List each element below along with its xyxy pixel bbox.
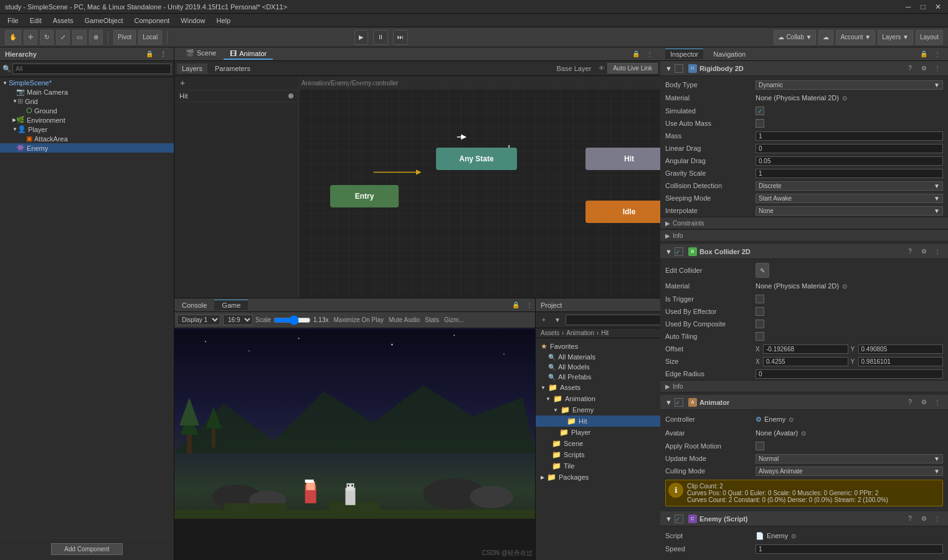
info-divider[interactable]: ▶ Info bbox=[660, 229, 948, 242]
simulated-checkbox[interactable] bbox=[756, 107, 764, 115]
hierarchy-item-simplescene[interactable]: ▼ SimpleScene* bbox=[0, 78, 174, 87]
animator-comp-header[interactable]: ▼ A Animator ? ⚙ ⋮ bbox=[660, 395, 948, 410]
culling-mode-dropdown[interactable]: Always Animate▼ bbox=[756, 467, 943, 476]
hierarchy-search-input[interactable] bbox=[12, 64, 171, 74]
anim-settings-btn[interactable]: ⚙ bbox=[918, 397, 929, 408]
boxcollider2d-header[interactable]: ▼ B Box Collider 2D ? ⚙ ⋮ bbox=[660, 244, 948, 259]
script-pick-btn[interactable]: ⊙ bbox=[788, 530, 799, 541]
tree-animation[interactable]: ▼ 📁 Animation bbox=[536, 393, 660, 404]
tree-all-prefabs[interactable]: 🔍 All Prefabs bbox=[536, 372, 660, 382]
scale-slider[interactable] bbox=[273, 315, 311, 325]
collab-btn[interactable]: ☁ Collab ▼ bbox=[774, 30, 816, 45]
layers-btn[interactable]: Layers ▼ bbox=[878, 30, 913, 45]
hierarchy-item-ground[interactable]: ▶ ⬡ Ground bbox=[0, 106, 174, 115]
bc2d-more-btn[interactable]: ⋮ bbox=[932, 246, 943, 257]
layout-btn[interactable]: Layout bbox=[916, 30, 943, 45]
hierarchy-item-grid[interactable]: ▼ ⊞ Grid bbox=[0, 97, 174, 106]
interpolate-dropdown[interactable]: None▼ bbox=[756, 206, 943, 216]
is-trigger-checkbox[interactable] bbox=[756, 295, 764, 303]
tab-game[interactable]: Game bbox=[214, 300, 248, 310]
rb2d-help-btn[interactable]: ? bbox=[904, 63, 916, 74]
anim-enabled-checkbox[interactable] bbox=[675, 398, 683, 407]
menu-file[interactable]: File bbox=[2, 16, 24, 26]
ratio-select[interactable]: 16:9 bbox=[223, 315, 253, 325]
anim-more-btn[interactable]: ⋮ bbox=[932, 397, 943, 408]
play-btn[interactable]: ▶ bbox=[354, 30, 368, 45]
mass-input[interactable] bbox=[756, 131, 943, 141]
display-select[interactable]: Display 1 bbox=[177, 315, 220, 325]
bc2d-settings-btn[interactable]: ⚙ bbox=[918, 246, 929, 257]
rb2d-enabled-checkbox[interactable] bbox=[675, 64, 683, 73]
tab-console[interactable]: Console bbox=[174, 300, 214, 310]
console-more-btn[interactable]: ⋮ bbox=[524, 300, 535, 311]
tree-all-models[interactable]: 🔍 All Models bbox=[536, 362, 660, 372]
auto-tiling-checkbox[interactable] bbox=[756, 332, 764, 341]
minimize-btn[interactable]: ─ bbox=[903, 2, 913, 12]
script-settings-btn[interactable]: ⚙ bbox=[918, 513, 929, 524]
create-dropdown-btn[interactable]: ▼ bbox=[552, 315, 563, 326]
collision-detection-dropdown[interactable]: Discrete▼ bbox=[756, 181, 943, 191]
bc2d-enabled-checkbox[interactable] bbox=[675, 247, 683, 256]
tree-enemy[interactable]: ▼ 📁 Enemy bbox=[536, 404, 660, 415]
offset-y-input[interactable] bbox=[858, 344, 944, 354]
scale-tool-btn[interactable]: ⤢ bbox=[56, 30, 70, 45]
auto-live-btn[interactable]: Auto Live Link bbox=[607, 63, 658, 74]
used-by-composite-checkbox[interactable] bbox=[756, 320, 764, 328]
menu-help[interactable]: Help bbox=[211, 16, 235, 26]
add-param-btn[interactable]: + bbox=[177, 77, 188, 88]
tab-inspector[interactable]: Inspector bbox=[665, 49, 703, 59]
used-by-effector-checkbox[interactable] bbox=[756, 307, 764, 316]
size-y-input[interactable] bbox=[858, 357, 944, 366]
speed-input[interactable] bbox=[756, 544, 943, 554]
rect-tool-btn[interactable]: ▭ bbox=[72, 30, 87, 45]
animator-lock-btn[interactable]: 🔒 bbox=[630, 49, 642, 60]
tree-assets[interactable]: ▼ 📁 Assets bbox=[536, 382, 660, 393]
cloud-btn[interactable]: ☁ bbox=[818, 30, 833, 45]
pause-btn[interactable]: ⏸ bbox=[373, 30, 388, 45]
avatar-pick-btn[interactable]: ⊙ bbox=[798, 427, 809, 439]
hand-tool-btn[interactable]: ✋ bbox=[5, 30, 21, 45]
edge-radius-input[interactable] bbox=[756, 369, 943, 379]
tree-scene[interactable]: ▶ 📁 Scene bbox=[536, 438, 660, 449]
local-btn[interactable]: Local bbox=[138, 30, 162, 45]
use-auto-mass-checkbox[interactable] bbox=[756, 119, 764, 128]
hierarchy-item-main-camera[interactable]: ▶ 📷 Main Camera bbox=[0, 87, 174, 97]
state-entry[interactable]: Entry bbox=[330, 185, 399, 207]
menu-component[interactable]: Component bbox=[129, 16, 174, 26]
sub-tab-parameters[interactable]: Parameters bbox=[210, 64, 255, 74]
tree-all-materials[interactable]: 🔍 All Materials bbox=[536, 352, 660, 362]
sub-tab-layers[interactable]: Layers bbox=[177, 64, 207, 74]
hierarchy-item-environment[interactable]: ▶ 🌿 Environment bbox=[0, 115, 174, 125]
apply-root-motion-checkbox[interactable] bbox=[756, 442, 764, 450]
bc2d-help-btn[interactable]: ? bbox=[904, 246, 916, 257]
hierarchy-item-enemy[interactable]: ▶ 👾 Enemy bbox=[0, 143, 174, 153]
tab-scene[interactable]: 🎬Scene bbox=[179, 48, 222, 60]
inspector-lock-btn[interactable]: 🔒 bbox=[918, 49, 929, 60]
tree-hit[interactable]: ▶ 📁 Hit bbox=[536, 415, 660, 427]
angular-drag-input[interactable] bbox=[756, 156, 943, 166]
param-hit[interactable]: Hit bbox=[174, 90, 298, 102]
size-x-input[interactable] bbox=[763, 357, 848, 366]
hierarchy-item-player[interactable]: ▼ 👤 Player bbox=[0, 125, 174, 134]
animator-more-btn[interactable]: ⋮ bbox=[644, 49, 655, 60]
menu-window[interactable]: Window bbox=[176, 16, 210, 26]
bc2d-material-pick-btn[interactable]: ⊙ bbox=[839, 280, 850, 292]
add-component-btn[interactable]: Add Component bbox=[51, 543, 122, 555]
tab-navigation[interactable]: Navigation bbox=[708, 49, 751, 59]
controller-pick-btn[interactable]: ⊙ bbox=[785, 414, 797, 425]
close-btn[interactable]: ✕ bbox=[933, 2, 943, 12]
material-pick-btn[interactable]: ⊙ bbox=[839, 92, 850, 103]
inspector-more-btn[interactable]: ⋮ bbox=[932, 49, 943, 60]
script-enabled-checkbox[interactable] bbox=[675, 515, 683, 523]
hierarchy-more-btn[interactable]: ⋮ bbox=[158, 49, 169, 60]
edit-collider-btn[interactable]: ✎ bbox=[756, 263, 769, 278]
update-mode-dropdown[interactable]: Normal▼ bbox=[756, 454, 943, 463]
state-any[interactable]: Any State bbox=[436, 148, 517, 170]
bc2d-info-divider[interactable]: ▶ Info bbox=[660, 380, 948, 392]
offset-x-input[interactable] bbox=[763, 344, 848, 354]
account-btn[interactable]: Account ▼ bbox=[836, 30, 875, 45]
tree-tile[interactable]: ▶ 📁 Tile bbox=[536, 460, 660, 472]
tree-scripts[interactable]: ▶ 📁 Scripts bbox=[536, 449, 660, 460]
step-btn[interactable]: ⏭ bbox=[393, 30, 408, 45]
sleeping-mode-dropdown[interactable]: Start Awake▼ bbox=[756, 194, 943, 203]
